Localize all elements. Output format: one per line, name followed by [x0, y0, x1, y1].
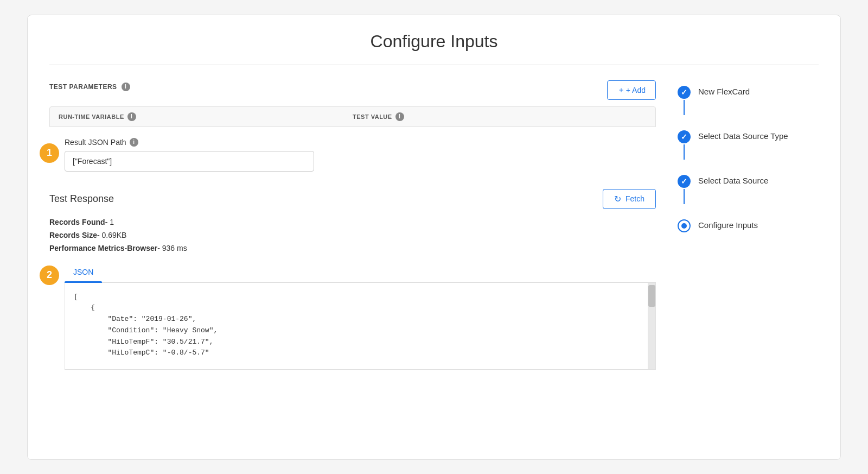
- fetch-button[interactable]: ↻ Fetch: [603, 189, 656, 209]
- step-indicator-2: ✓: [678, 130, 691, 160]
- sidebar-step-new-flexcard: ✓ New FlexCard: [678, 86, 819, 130]
- add-button[interactable]: ＋ + Add: [607, 80, 656, 100]
- step1-section: 1 Result JSON Path i: [49, 138, 656, 172]
- records-found-row: Records Found- 1: [49, 218, 656, 226]
- step-label-configure-inputs: Configure Inputs: [698, 219, 758, 230]
- result-json-path-input[interactable]: [65, 151, 314, 172]
- sidebar-step-select-data-source-type: ✓ Select Data Source Type: [678, 130, 819, 175]
- step2-section: 2 JSON [ { "Date": "2019-01-26", "Condit…: [49, 263, 656, 370]
- step-circle-3: ✓: [678, 175, 691, 188]
- step-connector-3: [684, 189, 685, 204]
- step-connector-2: [684, 144, 685, 160]
- response-header: Test Response ↻ Fetch: [49, 189, 656, 209]
- page-wrapper: Configure Inputs TEST PARAMETERS i ＋ + A…: [27, 15, 841, 460]
- test-parameters-header: TEST PARAMETERS i ＋ + Add: [49, 80, 656, 100]
- step-circle-2: ✓: [678, 130, 691, 143]
- test-response-section: Test Response ↻ Fetch Records Found- 1 R…: [49, 189, 656, 370]
- content-area: TEST PARAMETERS i ＋ + Add RUN-TIME VARIA…: [49, 80, 656, 370]
- active-dot: [681, 223, 687, 229]
- runtime-variable-info-icon[interactable]: i: [127, 112, 136, 121]
- step2-badge: 2: [40, 266, 59, 285]
- step-label-select-data-source: Select Data Source: [698, 175, 768, 185]
- scrollbar-thumb[interactable]: [648, 285, 655, 307]
- sidebar: ✓ New FlexCard ✓ Select Data Source Type: [678, 80, 819, 370]
- page-title: Configure Inputs: [49, 31, 819, 52]
- test-parameters-info-icon[interactable]: i: [122, 83, 130, 91]
- json-viewer: [ { "Date": "2019-01-26", "Condition": "…: [65, 283, 656, 370]
- sidebar-step-select-data-source: ✓ Select Data Source: [678, 175, 819, 219]
- tabs-area: JSON [ { "Date": "2019-01-26", "Conditio…: [49, 263, 656, 370]
- sidebar-step-configure-inputs: Configure Inputs: [678, 219, 819, 232]
- step-label-select-data-source-type: Select Data Source Type: [698, 130, 788, 141]
- step-circle-1: ✓: [678, 86, 691, 99]
- step-connector-1: [684, 100, 685, 115]
- step-list: ✓ New FlexCard ✓ Select Data Source Type: [678, 86, 819, 232]
- performance-metrics-row: Performance Metrics-Browser- 936 ms: [49, 244, 656, 252]
- step-indicator-3: ✓: [678, 175, 691, 204]
- test-value-info-icon[interactable]: i: [395, 112, 404, 121]
- step-indicator-1: ✓: [678, 86, 691, 115]
- main-layout: TEST PARAMETERS i ＋ + Add RUN-TIME VARIA…: [49, 80, 819, 370]
- col-test-value: TEST VALUE i: [353, 112, 647, 121]
- checkmark-1: ✓: [681, 88, 687, 97]
- result-json-path-info-icon[interactable]: i: [130, 138, 138, 147]
- tab-list: JSON: [65, 263, 656, 283]
- step1-badge: 1: [40, 143, 59, 163]
- step-circle-4: [678, 219, 691, 232]
- fetch-icon: ↻: [614, 194, 621, 204]
- test-response-title: Test Response: [49, 193, 114, 205]
- col-runtime-variable: RUN-TIME VARIABLE i: [59, 112, 353, 121]
- json-content: [ { "Date": "2019-01-26", "Condition": "…: [74, 292, 647, 359]
- test-parameters-label: TEST PARAMETERS i: [49, 83, 130, 91]
- checkmark-3: ✓: [681, 177, 687, 186]
- table-header: RUN-TIME VARIABLE i TEST VALUE i: [49, 106, 656, 127]
- tab-json[interactable]: JSON: [65, 263, 102, 282]
- step-indicator-4: [678, 219, 691, 232]
- divider: [49, 65, 819, 65]
- step-label-new-flexcard: New FlexCard: [698, 86, 750, 96]
- add-icon: ＋: [617, 85, 625, 95]
- result-json-path-label: Result JSON Path i: [65, 138, 656, 147]
- records-size-row: Records Size- 0.69KB: [49, 231, 656, 239]
- checkmark-2: ✓: [681, 132, 687, 141]
- step1-content: Result JSON Path i: [49, 138, 656, 172]
- scrollbar-track[interactable]: [648, 283, 655, 369]
